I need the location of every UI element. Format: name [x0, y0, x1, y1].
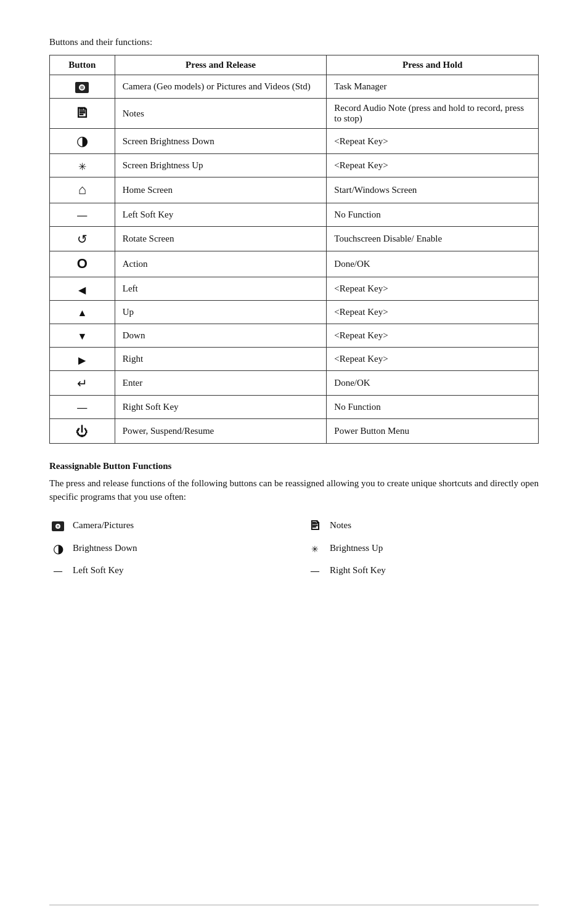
rotate-screen-icon: ↺	[50, 226, 115, 251]
press-release-4: Home Screen	[115, 177, 327, 203]
list-item: —Left Soft Key	[49, 561, 282, 580]
col-header-press-release: Press and Release	[115, 55, 327, 75]
press-release-5: Left Soft Key	[115, 203, 327, 226]
table-row: —Right Soft KeyNo Function	[50, 396, 539, 419]
list-item-label: Notes	[330, 520, 351, 531]
camera-icon	[50, 75, 115, 99]
camera-list-icon	[49, 518, 67, 532]
list-item-label: Right Soft Key	[330, 565, 386, 576]
home-icon: ⌂	[50, 177, 115, 203]
press-hold-1: Record Audio Note (press and hold to rec…	[327, 99, 539, 129]
list-item: ◑Brightness Down	[49, 538, 282, 558]
table-row: ⌂Home ScreenStart/Windows Screen	[50, 177, 539, 203]
brightness-up-list-icon: ✳	[306, 541, 324, 555]
brightness-down-icon: ◑	[50, 129, 115, 154]
right-arrow-icon: ▶	[50, 347, 115, 370]
table-row: ⏻Power, Suspend/ResumePower Button Menu	[50, 419, 539, 444]
press-hold-13: No Function	[327, 396, 539, 419]
body-text: The press and release functions of the f…	[49, 476, 539, 504]
press-release-1: Notes	[115, 99, 327, 129]
list-item: ✳Brightness Up	[306, 538, 539, 558]
press-release-2: Screen Brightness Down	[115, 129, 327, 154]
press-release-7: Action	[115, 251, 327, 277]
press-release-10: Down	[115, 324, 327, 347]
left-arrow-icon: ◀	[50, 277, 115, 300]
col-header-press-hold: Press and Hold	[327, 55, 539, 75]
list-item: Camera/Pictures	[49, 515, 282, 536]
press-hold-14: Power Button Menu	[327, 419, 539, 444]
press-hold-5: No Function	[327, 203, 539, 226]
press-release-8: Left	[115, 277, 327, 300]
press-hold-10: <Repeat Key>	[327, 324, 539, 347]
table-row: ◀Left<Repeat Key>	[50, 277, 539, 300]
down-arrow-icon: ▼	[50, 324, 115, 347]
press-release-9: Up	[115, 300, 327, 324]
table-row: ✳Screen Brightness Up<Repeat Key>	[50, 154, 539, 177]
press-hold-3: <Repeat Key>	[327, 154, 539, 177]
left-soft-list-icon: —	[49, 563, 67, 577]
up-arrow-icon: ▲	[50, 300, 115, 324]
footer-bar: Ch 2 Hardware Components 21	[49, 905, 539, 909]
enter-icon: ↵	[50, 370, 115, 395]
press-release-11: Right	[115, 347, 327, 370]
table-row: Camera (Geo models) or Pictures and Vide…	[50, 75, 539, 99]
list-item: 🖹Notes	[306, 515, 539, 536]
col-header-button: Button	[50, 55, 115, 75]
table-row: ▶Right<Repeat Key>	[50, 347, 539, 370]
table-row: ↺Rotate ScreenTouchscreen Disable/ Enabl…	[50, 226, 539, 251]
table-row: ◑Screen Brightness Down<Repeat Key>	[50, 129, 539, 154]
press-hold-6: Touchscreen Disable/ Enable	[327, 226, 539, 251]
press-hold-2: <Repeat Key>	[327, 129, 539, 154]
press-hold-12: Done/OK	[327, 370, 539, 395]
brightness-up-icon: ✳	[50, 154, 115, 177]
right-soft-list-icon: —	[306, 563, 324, 577]
table-row: ▼Down<Repeat Key>	[50, 324, 539, 347]
list-item-label: Brightness Up	[330, 543, 383, 553]
press-release-3: Screen Brightness Up	[115, 154, 327, 177]
section-heading: Reassignable Button Functions	[49, 461, 539, 471]
right-soft-key-icon: —	[50, 396, 115, 419]
list-item-label: Brightness Down	[73, 543, 137, 553]
table-row: OActionDone/OK	[50, 251, 539, 277]
list-item-label: Left Soft Key	[73, 565, 123, 576]
table-row: ↵EnterDone/OK	[50, 370, 539, 395]
icon-list: Camera/Pictures🖹Notes◑Brightness Down✳Br…	[49, 515, 539, 580]
left-soft-key-icon: —	[50, 203, 115, 226]
buttons-table: Button Press and Release Press and Hold …	[49, 55, 539, 444]
list-item-label: Camera/Pictures	[73, 520, 134, 531]
table-row: 🖹NotesRecord Audio Note (press and hold …	[50, 99, 539, 129]
press-hold-9: <Repeat Key>	[327, 300, 539, 324]
notes-icon: 🖹	[50, 99, 115, 129]
press-hold-8: <Repeat Key>	[327, 277, 539, 300]
press-hold-7: Done/OK	[327, 251, 539, 277]
action-icon: O	[50, 251, 115, 277]
table-row: ▲Up<Repeat Key>	[50, 300, 539, 324]
power-icon: ⏻	[50, 419, 115, 444]
press-hold-11: <Repeat Key>	[327, 347, 539, 370]
press-release-6: Rotate Screen	[115, 226, 327, 251]
press-release-0: Camera (Geo models) or Pictures and Vide…	[115, 75, 327, 99]
notes-list-icon: 🖹	[306, 518, 324, 533]
list-item: —Right Soft Key	[306, 561, 539, 580]
press-release-14: Power, Suspend/Resume	[115, 419, 327, 444]
intro-text: Buttons and their functions:	[49, 37, 539, 47]
brightness-down-list-icon: ◑	[49, 540, 67, 556]
press-release-13: Right Soft Key	[115, 396, 327, 419]
press-hold-4: Start/Windows Screen	[327, 177, 539, 203]
table-row: —Left Soft KeyNo Function	[50, 203, 539, 226]
press-hold-0: Task Manager	[327, 75, 539, 99]
press-release-12: Enter	[115, 370, 327, 395]
